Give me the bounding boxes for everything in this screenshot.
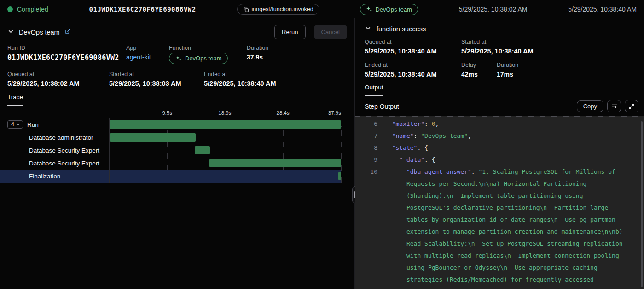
sparkles-icon — [366, 6, 372, 12]
axis-tick-label: 9.5s — [162, 110, 172, 116]
line-number: 6 — [355, 118, 377, 130]
field-app: App agent-kit — [126, 45, 169, 64]
step-title: function success — [377, 25, 426, 33]
trace-span-bar[interactable] — [109, 120, 341, 129]
trace-span-bar[interactable] — [110, 133, 196, 142]
trace-row-track — [109, 170, 341, 183]
axis-tick-label: 18.9s — [218, 110, 231, 116]
field-label: Function — [169, 45, 247, 51]
trace-rows: 4RunDatabase administratorDatabase Secur… — [0, 118, 354, 183]
event-badge-label: inngest/function.invoked — [252, 6, 313, 12]
field-duration: Duration 17ms — [497, 62, 635, 78]
vertical-scrollbar[interactable] — [641, 121, 643, 287]
field-label: Started at — [109, 71, 204, 77]
ended-at-value: 5/29/2025, 10:38:40 AM — [204, 80, 276, 87]
tab-trace[interactable]: Trace — [7, 94, 23, 106]
code-line-content: "state": { — [385, 142, 638, 154]
children-count-badge[interactable]: 4 — [7, 120, 23, 129]
trace-row[interactable]: Database Security Expert — [0, 144, 341, 157]
trace-row[interactable]: Database administrator — [0, 131, 341, 144]
chevron-down-icon[interactable] — [7, 28, 14, 36]
field-delay: Delay 42ms — [461, 62, 497, 78]
trace-row-label: Finalization — [29, 173, 60, 180]
tab-output[interactable]: Output — [365, 84, 383, 96]
code-line-content: "_data": { — [385, 154, 638, 166]
trace-row[interactable]: 4Run — [0, 118, 341, 131]
trace-span-bar[interactable] — [338, 172, 341, 180]
rerun-button[interactable]: Rerun — [274, 25, 305, 39]
field-label: Ended at — [204, 71, 276, 77]
chevron-down-icon[interactable] — [365, 25, 371, 33]
field-run-id: Run ID 01JWDK1XE6C270F6YE69086VW2 — [7, 45, 126, 64]
function-badge[interactable]: DevOps team — [169, 53, 228, 64]
trace-row[interactable]: Finalization — [0, 170, 341, 183]
delay-value: 42ms — [461, 71, 497, 78]
chevron-down-icon — [16, 123, 20, 127]
step-output-header: Step Output Copy — [355, 96, 644, 116]
step-output-code: 6"maxIter": 0,7"name": "DevOps team",8"s… — [355, 116, 644, 289]
step-details-panel: function success Queued at 5/29/2025, 10… — [355, 18, 644, 289]
trace-row-label: Run — [27, 121, 39, 128]
trace-axis-ticks: 9.5s18.9s28.4s37.9s — [109, 110, 341, 118]
field-label: Started at — [461, 39, 635, 45]
top-bar: Completed 01JWDK1XE6C270F6YE69086VW2 inn… — [0, 0, 644, 18]
function-badge-top-label: DevOps team — [375, 6, 412, 13]
code-line: 6"maxIter": 0, — [355, 118, 644, 130]
started-at-value: 5/29/2025, 10:38:40 AM — [461, 47, 635, 55]
duration-value: 17ms — [497, 71, 635, 78]
function-badge-label: DevOps team — [185, 55, 221, 62]
trace-row-label: Database Security Expert — [29, 147, 99, 154]
function-badge-top[interactable]: DevOps team — [360, 4, 418, 15]
code-line: 7"name": "DevOps team", — [355, 130, 644, 142]
app-link[interactable]: agent-kit — [126, 53, 169, 61]
word-wrap-button[interactable] — [607, 100, 621, 112]
trace-row-label-cell: Database Security Expert — [0, 160, 109, 167]
duration-value: 37.9s — [247, 53, 268, 61]
trace-row-label-cell: Database Security Expert — [0, 147, 109, 154]
line-number: 10 — [355, 166, 377, 289]
line-number: 8 — [355, 142, 377, 154]
trace-row-label-cell: Database administrator — [0, 134, 109, 141]
started-at-value: 5/29/2025, 10:38:03 AM — [109, 80, 204, 87]
expand-icon — [628, 103, 635, 110]
code-line: 9"_data": { — [355, 154, 644, 166]
field-label: Delay — [461, 62, 497, 68]
field-started-at: Started at 5/29/2025, 10:38:40 AM — [461, 39, 635, 55]
code-line-content: "maxIter": 0, — [385, 118, 638, 130]
trace-row-track — [109, 144, 341, 157]
field-label: Ended at — [365, 62, 461, 68]
cancel-button[interactable]: Cancel — [314, 25, 347, 39]
trace-waterfall: 9.5s18.9s28.4s37.9s 4RunDatabase adminis… — [0, 110, 354, 183]
field-duration: Duration 37.9s — [247, 45, 268, 64]
event-copy-icon — [243, 6, 249, 12]
top-queued-timestamp: 5/29/2025, 10:38:02 AM — [459, 6, 528, 13]
right-tab-strip: Output — [355, 83, 644, 96]
field-label: Queued at — [365, 39, 461, 45]
run-title: DevOps team — [19, 29, 60, 36]
gridline — [341, 126, 342, 183]
queued-at-value: 5/29/2025, 10:38:40 AM — [365, 47, 461, 55]
code-line-content: "name": "DevOps team", — [385, 130, 638, 142]
trace-span-bar[interactable] — [209, 159, 341, 167]
trace-span-bar[interactable] — [195, 146, 210, 154]
word-wrap-icon — [611, 103, 618, 110]
field-queued-at: Queued at 5/29/2025, 10:38:40 AM — [365, 39, 461, 55]
run-id-top: 01JWDK1XE6C270F6YE69086VW2 — [89, 6, 196, 13]
trace-row-track — [109, 131, 341, 144]
field-label: Duration — [247, 45, 268, 51]
field-function: Function DevOps team — [169, 45, 247, 64]
sparkles-icon — [175, 55, 182, 62]
trace-row[interactable]: Database Security Expert — [0, 157, 341, 170]
code-line: 8"state": { — [355, 142, 644, 154]
external-link-icon[interactable] — [64, 28, 71, 36]
trace-row-label-cell: Finalization — [0, 173, 109, 180]
field-ended-at: Ended at 5/29/2025, 10:38:40 AM — [204, 71, 276, 87]
status-label: Completed — [17, 6, 48, 13]
expand-button[interactable] — [625, 100, 638, 112]
code-line: 10"dba_agent_answer": "1. Scaling Postgr… — [355, 166, 644, 289]
copy-button[interactable]: Copy — [577, 100, 603, 112]
status-dot-icon — [7, 6, 13, 12]
event-badge[interactable]: inngest/function.invoked — [237, 4, 319, 15]
run-details-panel: DevOps team Rerun Cancel Run ID 01JWDK1X… — [0, 18, 354, 289]
run-status: Completed — [7, 6, 48, 13]
